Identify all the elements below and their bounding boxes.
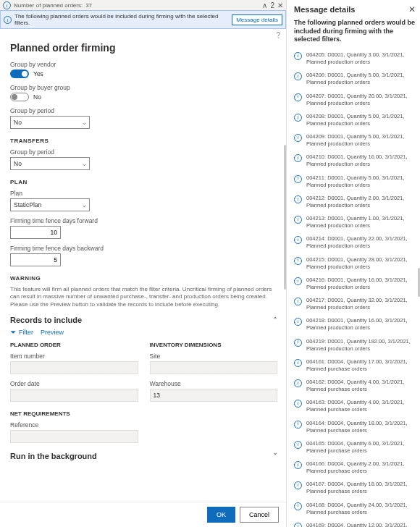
banner-text: The following planned orders would be in… [14, 13, 229, 26]
records-header[interactable]: Records to include ˄ [10, 316, 277, 324]
message-text: 004165: D0004, Quantity 6.00, 3/1/2021, … [306, 440, 416, 455]
message-item: i004206: D0001, Quantity 5.00, 3/1/2021,… [294, 72, 416, 86]
message-item: i004217: D0001, Quantity 32.00, 3/1/2021… [294, 297, 416, 311]
message-item: i004205: D0001, Quantity 3.00, 3/1/2021,… [294, 51, 416, 66]
message-text: 004166: D0004, Quantity 2.00, 3/1/2021, … [306, 460, 416, 475]
message-item: i004168: D0004, Quantity 24.00, 3/1/2021… [294, 502, 416, 516]
item-number-input[interactable] [10, 361, 138, 374]
message-item: i004165: D0004, Quantity 6.00, 3/1/2021,… [294, 440, 416, 455]
run-background-header[interactable]: Run in the background ˅ [10, 452, 277, 460]
warehouse-label: Warehouse [150, 380, 278, 387]
group-by-buyer-toggle[interactable] [10, 93, 29, 101]
message-text: 004163: D0004, Quantity 4.00, 3/1/2021, … [306, 399, 416, 413]
fwd-input[interactable] [10, 226, 61, 239]
info-banner: i The following planned orders would be … [0, 10, 286, 29]
group-by-period-select[interactable]: No ⌵ [10, 116, 90, 129]
message-list[interactable]: i004205: D0001, Quantity 3.00, 3/1/2021,… [294, 51, 416, 527]
plan-label: Plan [10, 190, 277, 197]
preview-link[interactable]: Preview [41, 329, 64, 336]
message-item: i004161: D0004, Quantity 17.00, 3/1/2021… [294, 358, 416, 373]
message-item: i004214: D0001, Quantity 22.00, 3/1/2021… [294, 235, 416, 250]
message-item: i004169: D0004, Quantity 12.00, 3/1/2021… [294, 522, 416, 527]
message-item: i004162: D0004, Quantity 4.00, 3/1/2021,… [294, 379, 416, 393]
plan-heading: PLAN [10, 179, 277, 185]
ok-button[interactable]: OK [207, 507, 235, 523]
plan-value: StaticPlan [14, 201, 41, 208]
transfers-period-label: Group by period [10, 148, 277, 156]
info-icon: i [294, 318, 302, 326]
message-item: i004167: D0004, Quantity 18.00, 3/1/2021… [294, 481, 416, 495]
info-icon: i [294, 339, 302, 347]
chevron-up-icon: ˄ [274, 316, 277, 324]
message-text: 004205: D0001, Quantity 3.00, 3/1/2021, … [306, 51, 416, 66]
group-by-buyer-value: No [33, 93, 41, 101]
info-icon: i [294, 461, 302, 469]
dialog-footer: OK Cancel [0, 502, 286, 527]
message-text: 004206: D0001, Quantity 5.00, 3/1/2021, … [306, 72, 416, 86]
message-text: 004211: D0001, Quantity 5.00, 3/1/2021, … [306, 174, 416, 189]
message-item: i004218: D0001, Quantity 16.00, 3/1/2021… [294, 317, 416, 332]
message-item: i004210: D0001, Quantity 16.00, 3/1/2021… [294, 153, 416, 168]
info-icon: i [294, 481, 302, 489]
filter-link[interactable]: ⏷ Filter [10, 329, 33, 336]
order-date-label: Order date [10, 380, 138, 387]
transfers-period-value: No [14, 160, 22, 167]
bwd-input[interactable] [10, 253, 61, 266]
message-text: 004164: D0004, Quantity 18.00, 3/1/2021,… [306, 420, 416, 434]
message-item: i004209: D0001, Quantity 5.00, 3/1/2021,… [294, 133, 416, 148]
page-title: Planned order firming [10, 42, 277, 54]
item-number-label: Item number [10, 353, 138, 360]
form-scroll-area[interactable]: Planned order firming Group by vendor Ye… [0, 39, 286, 502]
message-text: 004214: D0001, Quantity 22.00, 3/1/2021,… [306, 235, 416, 250]
chevron-down-icon: ⌵ [83, 202, 86, 208]
message-text: 004208: D0001, Quantity 5.00, 3/1/2021, … [306, 113, 416, 127]
message-item: i004208: D0001, Quantity 5.00, 3/1/2021,… [294, 113, 416, 127]
order-date-input[interactable] [10, 389, 138, 402]
info-icon: i [294, 400, 302, 408]
info-icon: i [294, 236, 302, 244]
group-by-vendor-value: Yes [33, 70, 43, 77]
info-icon: i [3, 1, 11, 9]
info-icon: i [294, 52, 302, 60]
site-input[interactable] [150, 361, 278, 374]
inventory-heading: INVENTORY DIMENSIONS [150, 342, 278, 348]
message-text: 004212: D0001, Quantity 2.00, 3/1/2021, … [306, 195, 416, 209]
message-item: i004215: D0001, Quantity 28.00, 3/1/2021… [294, 256, 416, 271]
message-text: 004162: D0004, Quantity 4.00, 3/1/2021, … [306, 379, 416, 393]
message-details-button[interactable]: Message details [232, 14, 282, 25]
message-text: 004210: D0001, Quantity 16.00, 3/1/2021,… [306, 153, 416, 168]
message-text: 004213: D0001, Quantity 1.00, 3/1/2021, … [306, 215, 416, 229]
message-item: i004166: D0004, Quantity 2.00, 3/1/2021,… [294, 460, 416, 475]
cancel-button[interactable]: Cancel [240, 507, 279, 523]
message-text: 004215: D0001, Quantity 28.00, 3/1/2021,… [306, 256, 416, 271]
info-icon: i [294, 134, 302, 142]
close-icon[interactable]: ✕ [277, 1, 283, 9]
group-by-vendor-label: Group by vendor [10, 61, 277, 68]
message-item: i004219: D0001, Quantity 182.00, 3/1/202… [294, 338, 416, 353]
group-by-period-label: Group by period [10, 107, 277, 114]
message-text: 004219: D0001, Quantity 182.00, 3/1/2021… [306, 338, 416, 353]
collapse-icon[interactable]: ∧ [262, 1, 267, 9]
group-by-buyer-label: Group by buyer group [10, 84, 277, 91]
reference-input[interactable] [10, 430, 138, 443]
group-by-vendor-toggle[interactable] [10, 69, 29, 78]
details-title: Message details [294, 5, 355, 14]
message-item: i004216: D0001, Quantity 16.00, 3/1/2021… [294, 277, 416, 291]
close-icon[interactable]: ✕ [408, 4, 416, 14]
scrollbar[interactable] [284, 145, 286, 290]
transfers-period-select[interactable]: No ⌵ [10, 157, 90, 170]
plan-select[interactable]: StaticPlan ⌵ [10, 198, 90, 211]
info-icon: i [294, 114, 302, 122]
message-text: 004167: D0004, Quantity 18.00, 3/1/2021,… [306, 481, 416, 495]
fwd-label: Firming time fence days forward [10, 217, 277, 224]
info-icon: i [294, 441, 302, 449]
status-count: 37 [85, 2, 92, 9]
info-icon: i [294, 421, 302, 429]
info-icon: i [294, 195, 302, 203]
message-text: 004207: D0001, Quantity 20.00, 3/1/2021,… [306, 93, 416, 107]
warning-text: This feature will firm all planned order… [10, 286, 277, 308]
warehouse-input[interactable]: 13 [150, 389, 278, 402]
message-text: 004216: D0001, Quantity 16.00, 3/1/2021,… [306, 277, 416, 291]
help-icon[interactable]: ? [276, 31, 280, 39]
bwd-label: Firming time fence days backward [10, 245, 277, 252]
